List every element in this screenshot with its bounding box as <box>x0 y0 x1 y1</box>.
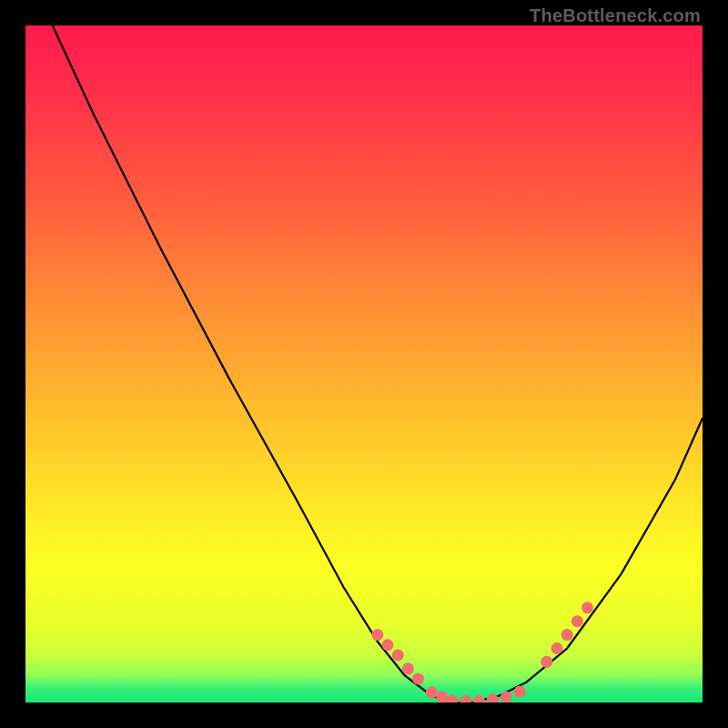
marker-dot <box>561 629 573 641</box>
marker-dot <box>514 686 526 698</box>
watermark-text: TheBottleneck.com <box>530 5 701 26</box>
marker-dot <box>436 692 448 703</box>
chart-frame: TheBottleneck.com <box>0 0 728 728</box>
bottleneck-curve <box>53 25 703 703</box>
marker-dot <box>551 642 563 654</box>
marker-dot <box>402 662 414 674</box>
marker-dot <box>426 686 438 698</box>
chart-svg <box>25 25 703 703</box>
marker-dot <box>371 629 383 641</box>
marker-dot <box>382 639 394 651</box>
marker-dot <box>460 695 471 703</box>
marker-dot <box>541 656 552 668</box>
marker-dot <box>473 695 485 703</box>
plot-area <box>25 25 703 703</box>
marker-dot <box>581 602 593 613</box>
marker-dot <box>487 694 499 703</box>
data-markers <box>371 602 593 703</box>
marker-dot <box>412 672 424 684</box>
marker-dot <box>500 692 512 703</box>
marker-dot <box>446 694 458 703</box>
marker-dot <box>571 615 583 627</box>
marker-dot <box>392 649 404 661</box>
